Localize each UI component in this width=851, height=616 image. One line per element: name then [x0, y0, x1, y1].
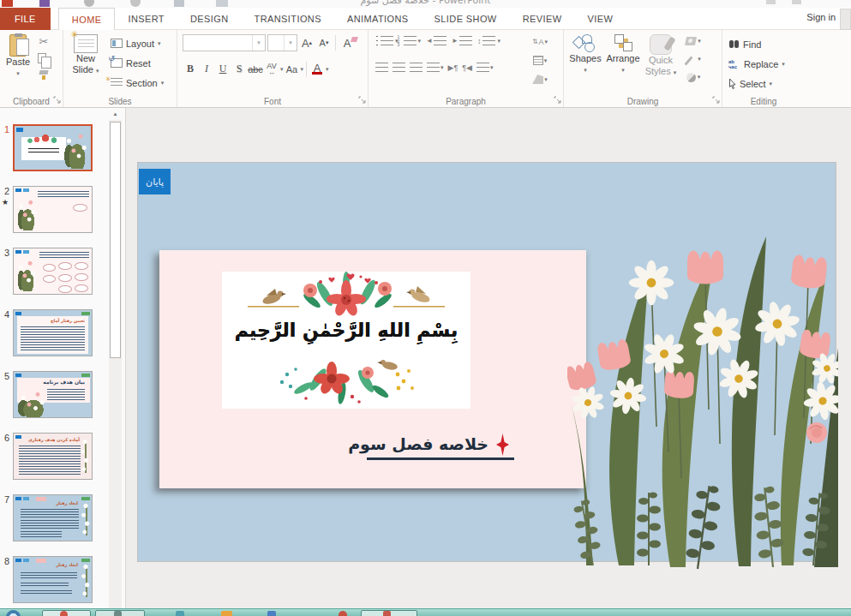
thumb-7-title: ابعاد رفتار	[56, 500, 78, 505]
align-right-button[interactable]	[410, 63, 423, 72]
tab-insert[interactable]: INSERT	[115, 8, 177, 30]
tab-review[interactable]: REVIEW	[510, 8, 575, 30]
underline-button[interactable]: U	[215, 61, 231, 77]
slide-thumbnail-5[interactable]: بیان هدف برنامه	[13, 371, 93, 418]
bismillah-image[interactable]: بِسْمِ اللهِ الرَّحْمٰنِ الرَّحِيم	[222, 272, 470, 409]
copy-button[interactable]: ▾	[35, 51, 52, 65]
tab-home[interactable]: HOME	[58, 8, 116, 30]
tab-slideshow[interactable]: SLIDE SHOW	[422, 8, 510, 30]
thumb-6-title: آماده کردن هدف رفتاری	[28, 437, 80, 442]
taskbar-app-1-icon	[60, 611, 68, 616]
font-color-arrow[interactable]: ▾	[326, 66, 329, 73]
slide-thumbnail-6[interactable]: آماده کردن هدف رفتاری	[13, 433, 93, 480]
justify-button[interactable]: ▾	[427, 63, 444, 72]
slide-thumbnail-3[interactable]	[13, 248, 93, 295]
thumbnail-scrollbar[interactable]: ▲	[109, 108, 122, 608]
rtl-direction-button[interactable]: ¶◀	[462, 63, 472, 72]
format-painter-button[interactable]	[35, 67, 52, 81]
shape-outline-button[interactable]: ▾	[682, 51, 704, 67]
minimize-button[interactable]	[766, 0, 776, 4]
ribbon-options-button[interactable]	[840, 9, 851, 30]
shape-effects-button[interactable]: ▾	[682, 69, 704, 85]
convert-smartart-button[interactable]: ▾	[529, 71, 551, 87]
change-case-button[interactable]: Aa	[285, 61, 300, 77]
font-size-combo[interactable]: ▾	[267, 34, 297, 51]
text-shadow-button[interactable]: S	[231, 61, 247, 77]
change-case-arrow[interactable]: ▾	[301, 66, 304, 73]
bullets-button[interactable]: ▾	[381, 36, 399, 45]
character-spacing-button[interactable]: AV↔	[264, 61, 279, 77]
quick-styles-button[interactable]: Quick Styles ▾	[643, 33, 679, 85]
drawing-dialog-launcher[interactable]	[712, 95, 720, 105]
slide-thumbnail-2[interactable]	[13, 186, 93, 233]
align-text-button[interactable]: ▾	[529, 52, 551, 69]
new-slide-button[interactable]: New Slide ▾	[67, 33, 105, 92]
increase-indent-button[interactable]: ►	[452, 36, 472, 45]
ltr-direction-button[interactable]: ▶¶	[448, 63, 458, 72]
paste-dropdown-arrow[interactable]: ▾	[16, 68, 20, 79]
slide-thumbnail-4[interactable]: تعیین رفتار آماج	[13, 309, 93, 356]
paste-icon	[9, 34, 27, 57]
flower-bouquet-image[interactable]	[567, 221, 838, 571]
decrease-indent-button[interactable]: ◄	[426, 36, 446, 45]
scrollbar-up-arrow[interactable]: ▲	[109, 108, 122, 120]
line-spacing-button[interactable]: ↕▾	[477, 36, 500, 45]
tab-design[interactable]: DESIGN	[177, 8, 242, 30]
slide-thumbnail-1[interactable]	[13, 124, 93, 171]
font-name-combo[interactable]: ▾	[183, 34, 266, 51]
taskbar-icon-chrome[interactable]	[339, 611, 347, 616]
taskbar-icon-folder[interactable]	[221, 611, 232, 616]
character-spacing-arrow[interactable]: ▾	[280, 66, 284, 73]
grow-font-button[interactable]: A▴	[299, 35, 315, 51]
slide-thumbnail-panel: 1 2 ★ 3 4 تعیین رفتار آماج 5	[0, 108, 126, 608]
tab-file[interactable]: FILE	[0, 8, 51, 30]
tab-animations[interactable]: ANIMATIONS	[334, 8, 422, 30]
font-color-button[interactable]: A	[309, 61, 325, 77]
shrink-font-button[interactable]: A▾	[316, 35, 332, 51]
select-button[interactable]: Select▾	[726, 75, 801, 93]
font-name-dropdown-arrow[interactable]: ▾	[252, 35, 265, 51]
bold-button[interactable]: B	[183, 61, 198, 77]
window-title: خلاصه فصل سوم - PowerPoint	[0, 0, 851, 6]
windows-taskbar	[0, 608, 851, 616]
end-action-button[interactable]: پایان	[139, 169, 171, 194]
sign-in-link[interactable]: Sign in	[806, 12, 836, 22]
text-direction-button[interactable]: ⇅A▾	[529, 33, 551, 50]
shape-fill-button[interactable]: ▾	[682, 33, 704, 49]
maximize-button[interactable]	[792, 0, 801, 4]
font-dialog-launcher[interactable]	[358, 95, 366, 105]
columns-button[interactable]: ▾	[476, 63, 494, 72]
italic-button[interactable]: I	[199, 61, 214, 77]
arrange-button[interactable]: Arrange ▾	[603, 33, 643, 85]
subtitle-textbox[interactable]: خلاصه فصل سوم	[367, 432, 514, 460]
clipboard-dialog-launcher[interactable]	[53, 95, 61, 105]
reset-button[interactable]: Reset	[108, 54, 166, 72]
scrollbar-thumb[interactable]	[110, 122, 121, 358]
tab-view[interactable]: VIEW	[574, 8, 626, 30]
cut-button[interactable]: ✂	[35, 34, 52, 49]
section-button[interactable]: Section▾	[108, 74, 166, 92]
numbering-button[interactable]: ▾	[404, 36, 422, 45]
clear-formatting-button[interactable]: A	[339, 35, 355, 51]
slide-thumbnail-8[interactable]: ابعاد رفتار	[13, 556, 93, 603]
paragraph-dialog-launcher[interactable]	[554, 95, 561, 105]
replace-button[interactable]: ab⤷acReplace▾	[726, 55, 801, 73]
tab-transitions[interactable]: TRANSITIONS	[242, 8, 334, 30]
taskbar-icon-blue[interactable]	[267, 611, 276, 616]
strikethrough-button[interactable]: abc	[248, 61, 263, 77]
title-card[interactable]: بِسْمِ اللهِ الرَّحْمٰنِ الرَّحِيم	[159, 250, 586, 488]
paste-label: Paste	[6, 57, 30, 68]
shapes-button[interactable]: Shapes ▾	[567, 33, 603, 85]
start-button[interactable]	[6, 610, 21, 616]
paste-button[interactable]: Paste ▾	[3, 33, 33, 81]
group-slides: New Slide ▾ Layout▾ Reset Section▾ Slide…	[63, 30, 177, 107]
taskbar-icon-teal[interactable]	[176, 611, 184, 616]
find-button[interactable]: Find	[726, 35, 801, 53]
quick-styles-label-1: Quick	[649, 55, 673, 66]
layout-button[interactable]: Layout▾	[108, 34, 166, 52]
font-size-dropdown-arrow[interactable]: ▾	[284, 35, 297, 51]
align-left-button[interactable]	[375, 63, 388, 72]
slide-thumbnail-7[interactable]: ابعاد رفتار	[13, 494, 93, 541]
group-font: ▾ ▾ A▴ A▾ A B I U S abc AV↔ ▾ Aa ▾ A ▾ F…	[177, 30, 369, 107]
align-center-button[interactable]	[393, 63, 405, 72]
